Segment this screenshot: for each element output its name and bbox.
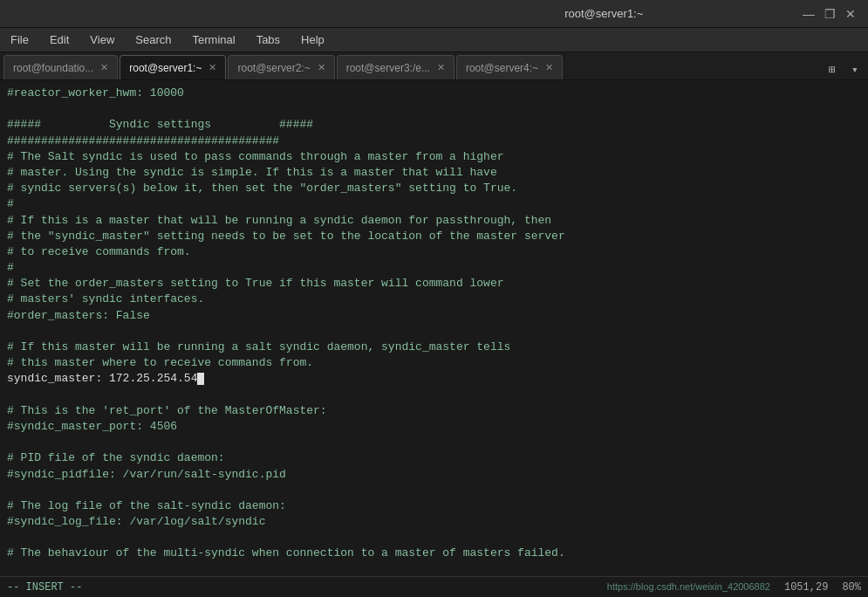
close-button[interactable]: ✕: [844, 7, 858, 21]
watermark: https://blog.csdh.net/weixin_42006882: [607, 581, 770, 594]
tab-1-label: root@foundatio...: [13, 62, 93, 74]
menu-view[interactable]: View: [86, 31, 118, 48]
tab-2[interactable]: root@server1:~ ✕: [120, 55, 226, 79]
tab-4-close[interactable]: ✕: [437, 62, 445, 73]
menu-terminal[interactable]: Terminal: [189, 31, 239, 48]
tab-3-label: root@server2:~: [237, 62, 310, 74]
new-tab-button[interactable]: ⊞: [823, 60, 842, 79]
menu-file[interactable]: File: [7, 31, 32, 48]
terminal-text: #reactor_worker_hwm: 10000 ##### Syndic …: [7, 86, 861, 562]
tab-1-close[interactable]: ✕: [100, 62, 108, 73]
tab-4[interactable]: root@server3:/e... ✕: [337, 55, 455, 79]
maximize-button[interactable]: ❐: [823, 7, 837, 21]
editor-mode: -- INSERT --: [7, 581, 82, 594]
menu-search[interactable]: Search: [132, 31, 174, 48]
menu-bar: File Edit View Search Terminal Tabs Help: [0, 28, 868, 52]
tab-1[interactable]: root@foundatio... ✕: [3, 55, 118, 79]
menu-help[interactable]: Help: [297, 31, 328, 48]
tab-3-close[interactable]: ✕: [318, 62, 325, 73]
tab-dropdown-button[interactable]: ▾: [845, 60, 865, 79]
tab-5[interactable]: root@server4:~ ✕: [456, 55, 563, 79]
tab-2-close[interactable]: ✕: [208, 62, 216, 73]
menu-tabs[interactable]: Tabs: [253, 31, 284, 48]
tab-bar: root@foundatio... ✕ root@server1:~ ✕ roo…: [0, 52, 868, 80]
cursor-position: 1051,29: [784, 581, 828, 594]
tab-3[interactable]: root@server2:~ ✕: [228, 55, 334, 79]
title-bar: root@server1:~ — ❐ ✕: [0, 0, 868, 28]
terminal-content[interactable]: #reactor_worker_hwm: 10000 ##### Syndic …: [0, 80, 868, 576]
tab-2-label: root@server1:~: [129, 62, 202, 74]
tab-5-close[interactable]: ✕: [545, 62, 553, 73]
tab-4-label: root@server3:/e...: [346, 62, 430, 74]
menu-edit[interactable]: Edit: [46, 31, 72, 48]
scroll-percent: 80%: [842, 581, 861, 594]
tab-bar-actions: ⊞ ▾: [823, 60, 865, 79]
status-bar: -- INSERT -- https://blog.csdh.net/weixi…: [0, 576, 868, 597]
status-right: https://blog.csdh.net/weixin_42006882 10…: [607, 581, 861, 594]
title-bar-controls: — ❐ ✕: [802, 7, 858, 21]
tab-5-label: root@server4:~: [466, 62, 538, 74]
minimize-button[interactable]: —: [802, 7, 816, 21]
title-bar-title: root@server1:~: [407, 7, 803, 20]
